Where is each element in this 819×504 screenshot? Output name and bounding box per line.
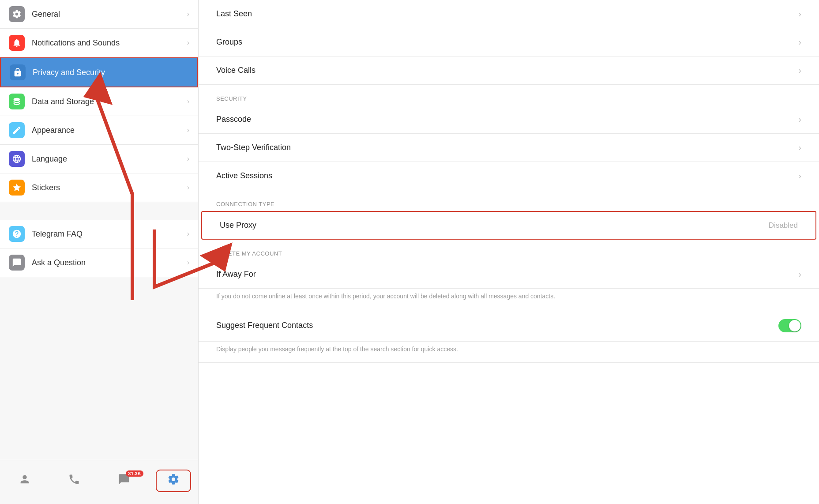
suggest-contacts-label: Suggest Frequent Contacts [216, 321, 778, 330]
last-seen-row[interactable]: Last Seen › [199, 0, 819, 28]
language-icon [9, 151, 25, 167]
faq-label: Telegram FAQ [32, 229, 187, 239]
connection-section: CONNECTION TYPE Use Proxy Disabled [199, 190, 819, 240]
general-chevron: › [187, 10, 189, 18]
use-proxy-label: Use Proxy [220, 221, 762, 230]
if-away-chevron: › [798, 269, 801, 279]
page-wrapper: General › Notifications and Sounds › Pri… [0, 0, 819, 504]
voice-calls-chevron: › [798, 65, 801, 75]
delete-header: DELETE MY ACCOUNT [199, 240, 819, 260]
stickers-chevron: › [187, 184, 189, 192]
groups-row[interactable]: Groups › [199, 28, 819, 56]
stickers-icon [9, 180, 25, 196]
sidebar-item-faq[interactable]: Telegram FAQ › [0, 220, 198, 248]
groups-chevron: › [798, 37, 801, 47]
passcode-label: Passcode [216, 115, 798, 124]
faq-chevron: › [187, 230, 189, 238]
data-label: Data and Storage [32, 97, 187, 106]
sidebar-item-appearance[interactable]: Appearance › [0, 116, 198, 145]
chat-badge: 31.3K [126, 470, 143, 477]
calls-icon [68, 473, 80, 489]
ask-label: Ask a Question [32, 258, 187, 267]
sidebar-items: General › Notifications and Sounds › Pri… [0, 0, 198, 460]
privacy-icon [10, 64, 26, 80]
general-icon [9, 6, 25, 22]
connection-header: CONNECTION TYPE [199, 190, 819, 211]
language-label: Language [32, 154, 187, 164]
privacy-label: Privacy and Security [33, 68, 188, 77]
voice-calls-label: Voice Calls [216, 66, 798, 75]
tab-calls[interactable] [56, 473, 92, 489]
main-content: Last Seen › Groups › Voice Calls › SECUR… [199, 0, 819, 504]
settings-tab-icon [167, 473, 180, 489]
tab-contacts[interactable] [7, 473, 42, 489]
active-sessions-row[interactable]: Active Sessions › [199, 162, 819, 190]
suggest-contacts-desc: Display people you message frequently at… [199, 342, 819, 363]
sidebar: General › Notifications and Sounds › Pri… [0, 0, 199, 504]
toggle-knob [789, 320, 800, 331]
tab-bar: 31.3K [0, 460, 198, 504]
appearance-icon [9, 122, 25, 138]
two-step-row[interactable]: Two-Step Verification › [199, 134, 819, 162]
sidebar-item-language[interactable]: Language › [0, 145, 198, 173]
delete-section: DELETE MY ACCOUNT If Away For › If you d… [199, 240, 819, 310]
notifications-icon [9, 35, 25, 51]
security-section: SECURITY Passcode › Two-Step Verificatio… [199, 85, 819, 190]
last-seen-chevron: › [798, 9, 801, 19]
faq-icon [9, 226, 25, 242]
sidebar-item-ask[interactable]: Ask a Question › [0, 248, 198, 277]
two-step-chevron: › [798, 143, 801, 153]
if-away-desc: If you do not come online at least once … [199, 289, 819, 310]
if-away-row[interactable]: If Away For › [199, 260, 819, 289]
sidebar-item-notifications[interactable]: Notifications and Sounds › [0, 29, 198, 57]
contacts-icon [19, 473, 31, 489]
suggest-contacts-row[interactable]: Suggest Frequent Contacts [199, 310, 819, 342]
passcode-chevron: › [798, 114, 801, 124]
sidebar-item-stickers[interactable]: Stickers › [0, 173, 198, 202]
tab-chats[interactable]: 31.3K [106, 473, 142, 489]
suggest-contacts-toggle[interactable] [778, 319, 801, 332]
active-sessions-chevron: › [798, 171, 801, 181]
sidebar-item-general[interactable]: General › [0, 0, 198, 29]
notifications-chevron: › [187, 39, 189, 47]
notifications-label: Notifications and Sounds [32, 38, 187, 48]
two-step-label: Two-Step Verification [216, 143, 798, 152]
appearance-label: Appearance [32, 126, 187, 135]
tab-settings[interactable] [156, 470, 191, 492]
stickers-label: Stickers [32, 183, 187, 192]
privacy-top-section: Last Seen › Groups › Voice Calls › [199, 0, 819, 85]
use-proxy-value: Disabled [769, 221, 798, 230]
use-proxy-row[interactable]: Use Proxy Disabled [201, 211, 816, 240]
general-label: General [32, 10, 187, 19]
ask-chevron: › [187, 259, 189, 267]
appearance-chevron: › [187, 126, 189, 134]
if-away-label: If Away For [216, 270, 798, 279]
ask-icon [9, 255, 25, 271]
sidebar-item-privacy[interactable]: Privacy and Security [0, 57, 198, 87]
suggest-section: Suggest Frequent Contacts Display people… [199, 310, 819, 363]
last-seen-label: Last Seen [216, 9, 798, 19]
voice-calls-row[interactable]: Voice Calls › [199, 56, 819, 85]
data-icon [9, 94, 25, 109]
sidebar-item-data[interactable]: Data and Storage › [0, 87, 198, 116]
language-chevron: › [187, 155, 189, 163]
security-header: SECURITY [199, 85, 819, 105]
active-sessions-label: Active Sessions [216, 171, 798, 181]
data-chevron: › [187, 98, 189, 105]
passcode-row[interactable]: Passcode › [199, 105, 819, 134]
groups-label: Groups [216, 38, 798, 47]
